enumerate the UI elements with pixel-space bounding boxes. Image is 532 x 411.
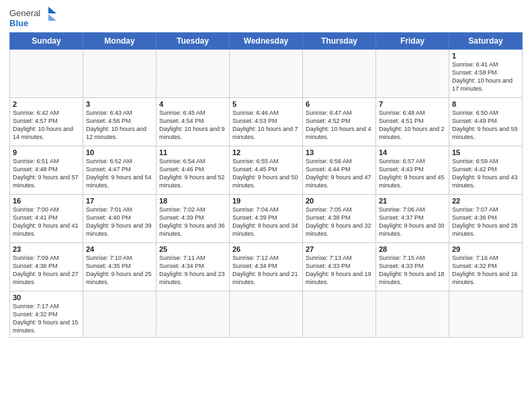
calendar-week-row: 16Sunrise: 7:00 AM Sunset: 4:41 PM Dayli… <box>10 195 523 243</box>
calendar-cell: 30Sunrise: 7:17 AM Sunset: 4:32 PM Dayli… <box>10 291 83 338</box>
day-number: 6 <box>306 100 373 108</box>
day-info: Sunrise: 7:12 AM Sunset: 4:34 PM Dayligh… <box>232 254 300 287</box>
weekday-header-tuesday: Tuesday <box>157 33 230 50</box>
calendar-cell: 3Sunrise: 6:43 AM Sunset: 4:56 PM Daylig… <box>83 98 157 146</box>
day-number: 25 <box>159 245 226 253</box>
calendar-cell <box>230 291 303 338</box>
day-number: 14 <box>379 148 446 156</box>
calendar-cell: 11Sunrise: 6:54 AM Sunset: 4:46 PM Dayli… <box>157 146 230 195</box>
day-info: Sunrise: 7:05 AM Sunset: 4:38 PM Dayligh… <box>306 205 373 238</box>
calendar-cell <box>157 291 230 338</box>
day-number: 16 <box>13 197 80 205</box>
calendar-cell: 12Sunrise: 6:55 AM Sunset: 4:45 PM Dayli… <box>230 146 303 195</box>
calendar-cell: 10Sunrise: 6:52 AM Sunset: 4:47 PM Dayli… <box>83 146 157 195</box>
weekday-header-row: SundayMondayTuesdayWednesdayThursdayFrid… <box>10 33 523 50</box>
header: General Blue <box>9 7 523 28</box>
calendar-cell: 29Sunrise: 7:16 AM Sunset: 4:32 PM Dayli… <box>449 243 523 291</box>
generalblue-logo-icon: General Blue <box>9 7 56 28</box>
calendar-cell: 19Sunrise: 7:04 AM Sunset: 4:39 PM Dayli… <box>230 195 303 243</box>
day-number: 23 <box>13 245 80 253</box>
day-info: Sunrise: 6:52 AM Sunset: 4:47 PM Dayligh… <box>86 157 153 190</box>
calendar-cell: 20Sunrise: 7:05 AM Sunset: 4:38 PM Dayli… <box>303 195 376 243</box>
day-info: Sunrise: 7:15 AM Sunset: 4:33 PM Dayligh… <box>379 254 446 287</box>
day-info: Sunrise: 6:54 AM Sunset: 4:46 PM Dayligh… <box>159 157 226 190</box>
day-info: Sunrise: 7:02 AM Sunset: 4:39 PM Dayligh… <box>159 205 226 238</box>
calendar-cell: 18Sunrise: 7:02 AM Sunset: 4:39 PM Dayli… <box>157 195 230 243</box>
calendar-cell: 13Sunrise: 6:56 AM Sunset: 4:44 PM Dayli… <box>303 146 376 195</box>
logo: General Blue <box>9 7 56 28</box>
day-number: 13 <box>306 148 373 156</box>
calendar-cell: 21Sunrise: 7:06 AM Sunset: 4:37 PM Dayli… <box>376 195 449 243</box>
day-info: Sunrise: 6:47 AM Sunset: 4:52 PM Dayligh… <box>306 109 373 142</box>
day-number: 20 <box>306 197 373 205</box>
day-number: 29 <box>452 245 519 253</box>
calendar-cell: 28Sunrise: 7:15 AM Sunset: 4:33 PM Dayli… <box>376 243 449 291</box>
day-info: Sunrise: 6:56 AM Sunset: 4:44 PM Dayligh… <box>306 157 373 190</box>
calendar-cell: 15Sunrise: 6:59 AM Sunset: 4:42 PM Dayli… <box>449 146 523 195</box>
day-info: Sunrise: 6:55 AM Sunset: 4:45 PM Dayligh… <box>232 157 300 190</box>
day-info: Sunrise: 7:06 AM Sunset: 4:37 PM Dayligh… <box>379 205 446 238</box>
calendar-cell <box>10 50 83 98</box>
calendar-cell <box>376 291 449 338</box>
day-number: 22 <box>452 197 519 205</box>
day-info: Sunrise: 6:46 AM Sunset: 4:53 PM Dayligh… <box>232 109 300 142</box>
day-info: Sunrise: 6:57 AM Sunset: 4:43 PM Dayligh… <box>379 157 446 190</box>
calendar-cell <box>83 291 157 338</box>
weekday-header-sunday: Sunday <box>10 33 83 50</box>
calendar-cell <box>449 291 523 338</box>
svg-text:Blue: Blue <box>9 18 28 28</box>
day-number: 8 <box>452 100 519 108</box>
day-number: 17 <box>86 197 153 205</box>
weekday-header-monday: Monday <box>83 33 157 50</box>
calendar-cell: 6Sunrise: 6:47 AM Sunset: 4:52 PM Daylig… <box>303 98 376 146</box>
calendar-cell: 17Sunrise: 7:01 AM Sunset: 4:40 PM Dayli… <box>83 195 157 243</box>
calendar-cell: 14Sunrise: 6:57 AM Sunset: 4:43 PM Dayli… <box>376 146 449 195</box>
weekday-header-wednesday: Wednesday <box>230 33 303 50</box>
day-number: 11 <box>159 148 226 156</box>
day-number: 18 <box>159 197 226 205</box>
calendar-cell: 27Sunrise: 7:13 AM Sunset: 4:33 PM Dayli… <box>303 243 376 291</box>
calendar-week-row: 23Sunrise: 7:09 AM Sunset: 4:36 PM Dayli… <box>10 243 523 291</box>
calendar: SundayMondayTuesdayWednesdayThursdayFrid… <box>9 32 523 338</box>
calendar-cell: 16Sunrise: 7:00 AM Sunset: 4:41 PM Dayli… <box>10 195 83 243</box>
calendar-cell: 26Sunrise: 7:12 AM Sunset: 4:34 PM Dayli… <box>230 243 303 291</box>
calendar-cell: 8Sunrise: 6:50 AM Sunset: 4:49 PM Daylig… <box>449 98 523 146</box>
calendar-cell: 22Sunrise: 7:07 AM Sunset: 4:36 PM Dayli… <box>449 195 523 243</box>
day-info: Sunrise: 6:42 AM Sunset: 4:57 PM Dayligh… <box>13 109 80 142</box>
day-number: 12 <box>232 148 300 156</box>
day-number: 3 <box>86 100 153 108</box>
calendar-cell: 24Sunrise: 7:10 AM Sunset: 4:35 PM Dayli… <box>83 243 157 291</box>
calendar-cell: 2Sunrise: 6:42 AM Sunset: 4:57 PM Daylig… <box>10 98 83 146</box>
day-info: Sunrise: 7:00 AM Sunset: 4:41 PM Dayligh… <box>13 205 80 238</box>
calendar-cell: 4Sunrise: 6:45 AM Sunset: 4:54 PM Daylig… <box>157 98 230 146</box>
calendar-cell <box>376 50 449 98</box>
calendar-cell: 23Sunrise: 7:09 AM Sunset: 4:36 PM Dayli… <box>10 243 83 291</box>
calendar-cell: 5Sunrise: 6:46 AM Sunset: 4:53 PM Daylig… <box>230 98 303 146</box>
calendar-cell <box>157 50 230 98</box>
day-number: 30 <box>13 293 80 302</box>
svg-text:General: General <box>9 8 40 18</box>
calendar-cell: 25Sunrise: 7:11 AM Sunset: 4:34 PM Dayli… <box>157 243 230 291</box>
day-info: Sunrise: 7:09 AM Sunset: 4:36 PM Dayligh… <box>13 254 80 287</box>
day-info: Sunrise: 6:51 AM Sunset: 4:48 PM Dayligh… <box>13 157 80 190</box>
calendar-week-row: 2Sunrise: 6:42 AM Sunset: 4:57 PM Daylig… <box>10 98 523 146</box>
day-info: Sunrise: 6:48 AM Sunset: 4:51 PM Dayligh… <box>379 109 446 142</box>
day-info: Sunrise: 6:43 AM Sunset: 4:56 PM Dayligh… <box>86 109 153 142</box>
calendar-cell <box>230 50 303 98</box>
day-number: 7 <box>379 100 446 108</box>
day-info: Sunrise: 7:16 AM Sunset: 4:32 PM Dayligh… <box>452 254 519 287</box>
calendar-cell <box>303 291 376 338</box>
calendar-cell: 1Sunrise: 6:41 AM Sunset: 4:58 PM Daylig… <box>449 50 523 98</box>
calendar-cell: 7Sunrise: 6:48 AM Sunset: 4:51 PM Daylig… <box>376 98 449 146</box>
svg-marker-3 <box>48 14 56 21</box>
day-number: 9 <box>13 148 80 156</box>
day-info: Sunrise: 7:17 AM Sunset: 4:32 PM Dayligh… <box>13 302 80 335</box>
weekday-header-friday: Friday <box>376 33 449 50</box>
day-info: Sunrise: 7:13 AM Sunset: 4:33 PM Dayligh… <box>306 254 373 287</box>
day-number: 26 <box>232 245 300 253</box>
calendar-week-row: 1Sunrise: 6:41 AM Sunset: 4:58 PM Daylig… <box>10 50 523 98</box>
day-number: 10 <box>86 148 153 156</box>
svg-marker-2 <box>48 7 56 13</box>
calendar-cell <box>83 50 157 98</box>
day-info: Sunrise: 7:04 AM Sunset: 4:39 PM Dayligh… <box>232 205 300 238</box>
